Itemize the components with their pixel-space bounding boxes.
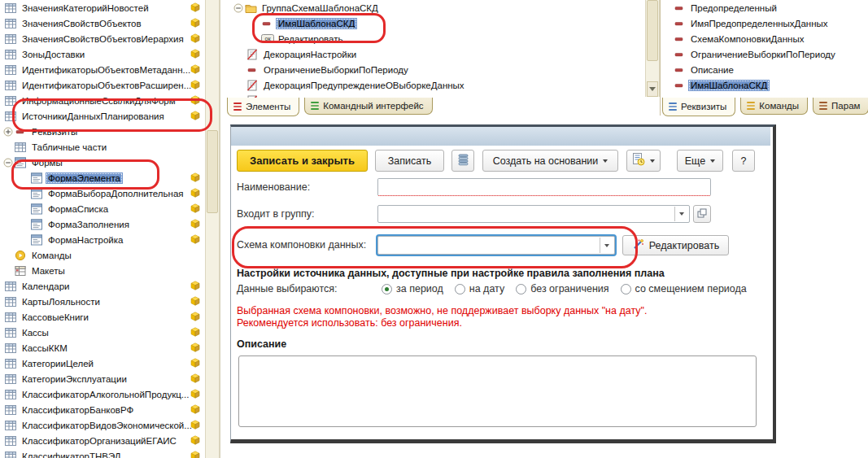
radio-option[interactable]: на дату xyxy=(455,283,504,294)
object-cube-icon xyxy=(190,281,200,290)
tree-item-label: ОграничениеВыборкиПоПериоду xyxy=(688,49,838,60)
tree-item[interactable]: Предопределенный xyxy=(662,0,868,15)
object-cube-icon xyxy=(190,80,200,89)
attributes-tab-tab[interactable]: Команды xyxy=(740,98,808,115)
object-cube-icon xyxy=(190,327,200,337)
tree-item[interactable]: КлассификаторАлкогольнойПродукц... xyxy=(0,386,205,402)
object-cube-icon xyxy=(190,420,200,430)
attribute-dash-icon xyxy=(674,18,685,29)
tree-item-label: КлассификаторБанковРФ xyxy=(20,404,136,416)
collapse-icon[interactable] xyxy=(233,3,243,13)
table-icon xyxy=(15,142,26,153)
tab-label: Командный интерфейс xyxy=(323,101,423,111)
tree-item[interactable]: ФормаВыбораДополнительная xyxy=(0,185,205,201)
save-and-close-button[interactable]: Записать и закрыть xyxy=(237,150,368,172)
attribute-dash-icon xyxy=(246,64,258,76)
radio-option[interactable]: без ограничения xyxy=(516,283,608,294)
radio-circle[interactable] xyxy=(516,284,526,294)
table-icon xyxy=(5,18,16,29)
tree-item[interactable]: ИдентификаторыОбъектовМетаданн... xyxy=(0,62,205,77)
folder-icon xyxy=(245,2,256,14)
tree-item[interactable]: КартыЛояльности xyxy=(0,294,205,309)
create-based-on-button[interactable]: Создать на основании xyxy=(482,150,618,172)
tree-item[interactable]: ФормаНастройка xyxy=(0,232,205,247)
left-tree-scrollbar[interactable] xyxy=(205,0,220,458)
tree-item[interactable]: ФормаСписка xyxy=(0,201,205,216)
tree-item[interactable]: ФормаЗаполнения xyxy=(0,216,205,232)
tree-item[interactable]: ИнформационныеСсылкиДляФорм xyxy=(0,93,205,108)
tree-item[interactable]: ОграничениеВыборкиПоПериоду xyxy=(225,62,645,77)
tree-item[interactable]: ИмяШаблонаСКД xyxy=(662,77,868,93)
tree-item[interactable]: ЗначенияСвойствОбъектов xyxy=(0,15,205,31)
save-button[interactable]: Записать xyxy=(375,150,444,172)
radio-option[interactable]: за период xyxy=(382,283,443,294)
tree-item[interactable]: КлассификаторБанковРФ xyxy=(0,402,205,417)
edit-schema-button[interactable]: Редактировать xyxy=(622,235,729,255)
tree-item[interactable]: ОграничениеВыборкиПоПериоду xyxy=(662,46,868,62)
scrollbar-thumb[interactable] xyxy=(647,0,658,61)
tree-item[interactable]: КассовыеКниги xyxy=(0,309,205,325)
tree-item[interactable]: КлассификаторТНВЭД xyxy=(0,448,205,458)
tree-item-label: Календари xyxy=(20,281,72,292)
radio-circle[interactable] xyxy=(621,284,631,294)
collapse-icon[interactable] xyxy=(3,158,13,168)
attributes-tab-tab[interactable]: Парам xyxy=(813,98,868,115)
scrollbar-thumb[interactable] xyxy=(207,130,218,213)
tree-item[interactable]: Реквизиты xyxy=(0,124,205,139)
tree-item[interactable]: ИсточникиДанныхПланирования xyxy=(0,108,205,124)
tree-item[interactable]: КатегорииЦелей xyxy=(0,355,205,371)
tree-item[interactable]: Календари xyxy=(0,278,205,294)
metadata-tree: ЗначенияКатегорийНовостейЗначенияСвойств… xyxy=(0,0,205,458)
elements-tab-tab[interactable]: Командный интерфейс xyxy=(304,98,432,115)
name-input[interactable] xyxy=(377,178,711,196)
elements-tab-active[interactable]: Элементы xyxy=(227,98,299,116)
tree-item[interactable]: Формы xyxy=(0,155,205,170)
combo-dropdown-button[interactable] xyxy=(674,207,688,221)
radio-option[interactable]: со смещением периода xyxy=(621,283,747,294)
object-cube-icon xyxy=(190,373,200,383)
command-icon xyxy=(15,250,26,261)
tree-item[interactable]: КатегорииЭксплуатации xyxy=(0,371,205,386)
stacked-bars-icon xyxy=(233,103,242,111)
attributes-tab-active[interactable]: Реквизиты xyxy=(662,98,735,116)
chevron-down-icon xyxy=(603,159,608,163)
tree-item[interactable]: КлассификаторВидовЭкономической... xyxy=(0,417,205,433)
tree-item[interactable]: Макеты xyxy=(0,263,205,278)
tree-item[interactable]: Команды xyxy=(0,247,205,263)
radio-circle[interactable] xyxy=(455,284,465,294)
tree-item[interactable]: ЗначенияКатегорийНовостей xyxy=(0,0,205,15)
expand-icon[interactable] xyxy=(3,127,13,137)
tree-item[interactable]: ГруппаСхемаШаблонаСКД xyxy=(225,0,645,15)
elements-tree-scrollbar[interactable] xyxy=(645,0,660,97)
scrollbar-down-button[interactable] xyxy=(647,81,658,97)
tree-item[interactable]: КлассификаторОрганизацийЕГАИС xyxy=(0,433,205,448)
tree-item-label: ФормаЭлемента xyxy=(46,172,123,184)
more-button[interactable]: Еще xyxy=(677,150,723,172)
tree-item[interactable]: Табличные части xyxy=(0,139,205,155)
schema-combobox[interactable] xyxy=(377,236,615,255)
tree-item[interactable]: ИдентификаторыОбъектовРасширен... xyxy=(0,77,205,93)
tree-item[interactable]: Кассы xyxy=(0,325,205,340)
tree-item[interactable]: КассыККМ xyxy=(0,340,205,355)
object-cube-icon xyxy=(190,49,200,59)
group-combobox[interactable] xyxy=(377,205,690,223)
show-in-list-button[interactable] xyxy=(451,150,474,172)
tree-item[interactable]: ЗначенияСвойствОбъектовИерархия xyxy=(0,31,205,46)
document-clock-button[interactable] xyxy=(626,150,661,172)
radio-circle[interactable] xyxy=(382,284,392,294)
tree-item[interactable]: ДекорацияПредупреждениеОВыборкеДанных xyxy=(225,77,645,93)
group-open-button[interactable] xyxy=(693,205,711,223)
form-title-bar xyxy=(231,127,770,146)
tree-item[interactable]: СхемаКомпоновкиДанных xyxy=(662,31,868,46)
tree-item[interactable]: ДекорацияНастройки xyxy=(225,46,645,62)
description-textarea[interactable] xyxy=(238,355,757,427)
tree-item[interactable]: ФормаЭлемента xyxy=(0,170,205,185)
tree-item[interactable]: Описание xyxy=(662,62,868,77)
combo-dropdown-button[interactable] xyxy=(600,238,613,253)
help-button[interactable]: ? xyxy=(732,150,755,172)
tree-item[interactable]: ЗоныДоставки xyxy=(0,46,205,62)
tree-item[interactable]: ИмяПредопределенныхДанных xyxy=(662,15,868,31)
tree-item[interactable]: окРедактировать xyxy=(225,31,645,46)
tree-item[interactable]: ИмяШаблонаСКД xyxy=(225,15,645,31)
name-field-label: Наименование: xyxy=(237,181,310,193)
